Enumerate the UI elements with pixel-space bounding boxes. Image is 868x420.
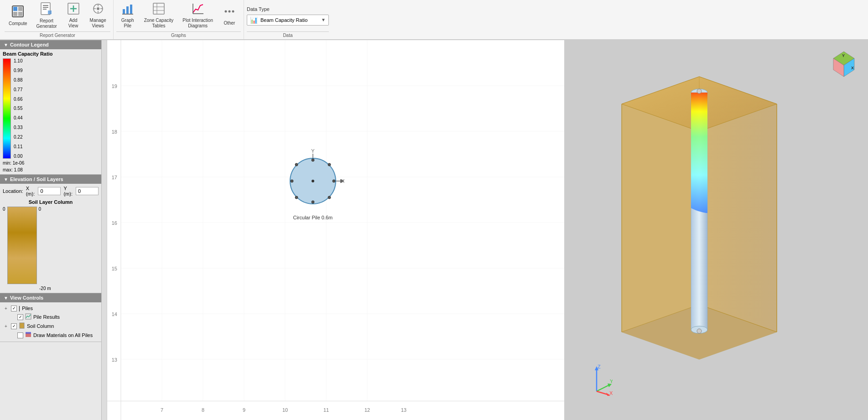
x-axis-13: 13: [401, 407, 406, 413]
contour-val-6: 0.44: [14, 115, 22, 120]
compute-label: Compute: [9, 21, 27, 26]
other-button[interactable]: Other: [218, 3, 241, 29]
scale-bottom-label: -20 m: [39, 286, 99, 291]
draw-materials-checkbox[interactable]: [17, 332, 23, 338]
draw-materials-icon: [25, 332, 31, 339]
contour-color-bar: [3, 58, 11, 159]
svg-point-57: [312, 159, 314, 161]
svg-point-59: [333, 180, 335, 182]
tree-item-draw-materials[interactable]: Draw Materials on All Piles: [9, 331, 99, 340]
x-axis-10: 10: [282, 407, 288, 413]
toolbar-group-graphs: GraphPile Zone CapacityTables Plot Inter…: [114, 0, 244, 39]
toolbar-group-data: Data Type 📊 Beam Capacity Ratio ▼ data: [244, 0, 332, 39]
plot-interaction-diagrams-icon: [192, 3, 204, 16]
contour-legend-header[interactable]: ▼ Contour Legend: [0, 40, 101, 49]
contour-max: max: 1.08: [3, 167, 99, 172]
y-axis-18: 18: [112, 129, 117, 135]
svg-point-82: [697, 329, 702, 333]
y-axis-13: 13: [112, 357, 117, 363]
piles-checkbox[interactable]: ✓: [11, 306, 17, 311]
compute-icon: [11, 5, 24, 20]
scale-top-label: 0: [3, 207, 5, 212]
soil-column-checkbox[interactable]: ✓: [11, 323, 17, 329]
cross-section-axis-container: Y X': [281, 149, 345, 213]
elevation-soil-title: Elevation / Soil Layers: [10, 176, 63, 182]
y-axis-16: 16: [112, 220, 117, 226]
piles-expander[interactable]: +: [3, 306, 9, 311]
x-input[interactable]: [38, 187, 61, 195]
soil-column-expander[interactable]: +: [3, 324, 9, 329]
zone-capacity-tables-icon: [153, 3, 165, 16]
y-input[interactable]: [76, 187, 99, 195]
plot-interaction-diagrams-button[interactable]: Plot InteractionDiagrams: [178, 3, 217, 29]
report-generator-button[interactable]: ReportGenerator: [32, 3, 61, 29]
contour-val-5: 0.55: [14, 106, 22, 111]
graph-pile-icon: [122, 3, 134, 16]
svg-text:Z: Z: [598, 364, 601, 369]
contour-val-7: 0.33: [14, 125, 22, 130]
elevation-soil-header[interactable]: ▼ Elevation / Soil Layers: [0, 175, 101, 184]
contour-legend-content: Beam Capacity Ratio 1.10 0.99 0.88 0.77 …: [0, 49, 101, 174]
contour-legend-collapse-icon: ▼: [4, 42, 8, 47]
svg-marker-9: [48, 10, 52, 14]
graph-pile-button[interactable]: GraphPile: [116, 3, 139, 29]
elevation-content: Location: X (m): Y (m): Soil Layer Colum…: [0, 184, 101, 293]
svg-rect-20: [126, 6, 129, 14]
tree-item-soil-column[interactable]: + ✓ Soil Column: [3, 321, 99, 331]
compute-button[interactable]: Compute: [5, 3, 31, 29]
viewport-2d: 19 18 17 16 15 14 13 7 8 9 10 11 12 13: [107, 40, 564, 420]
dropdown-arrow-icon: ▼: [321, 17, 326, 22]
pile-results-label: Pile Results: [33, 314, 60, 320]
graph-pile-label: GraphPile: [121, 18, 134, 29]
report-generator-icon: [41, 2, 52, 17]
soil-column-label: Soil Column: [27, 323, 54, 329]
contour-legend-title: Contour Legend: [10, 42, 49, 47]
soil-column: [7, 207, 37, 284]
svg-point-30: [228, 10, 230, 13]
cross-section-svg: Y X': [281, 149, 345, 213]
svg-text:X: X: [851, 66, 854, 70]
pile-3d-svg: [581, 67, 845, 378]
coord-axes: Z Y X: [581, 364, 613, 397]
svg-text:X: X: [609, 390, 613, 396]
x-axis-11: 11: [323, 407, 329, 413]
y-axis-15: 15: [112, 266, 117, 271]
view-controls-content: + ✓ | Piles ✓: [0, 302, 101, 342]
pile-cross-section-container: Y X': [281, 149, 345, 220]
svg-rect-2: [18, 7, 22, 11]
add-view-button[interactable]: AddView: [62, 3, 85, 29]
data-group-label: data: [247, 31, 329, 39]
left-panel-scrollbar[interactable]: [101, 40, 107, 420]
view-controls-collapse-icon: ▼: [4, 296, 8, 301]
left-panel: ▼ Contour Legend Beam Capacity Ratio 1.1…: [0, 40, 107, 420]
data-type-dropdown[interactable]: 📊 Beam Capacity Ratio ▼: [247, 15, 329, 26]
panel-content: ▼ Contour Legend Beam Capacity Ratio 1.1…: [0, 40, 101, 420]
soil-column-icon: [19, 322, 25, 330]
report-generator-label: ReportGenerator: [36, 18, 57, 29]
x-label: X (m):: [26, 186, 36, 197]
add-view-label: AddView: [68, 18, 78, 29]
svg-point-29: [224, 10, 227, 13]
contour-val-2: 0.88: [14, 78, 22, 83]
svg-text:Y: Y: [610, 379, 613, 384]
tree-item-piles[interactable]: + ✓ | Piles: [3, 304, 99, 312]
contour-val-3: 0.77: [14, 87, 22, 92]
svg-point-64: [295, 163, 298, 166]
svg-text:X': X': [341, 178, 345, 184]
tree-item-pile-results[interactable]: ✓ Pile Results: [9, 312, 99, 321]
grid-svg: 19 18 17 16 15 14 13 7 8 9 10 11 12 13: [107, 40, 564, 420]
svg-text:Y: Y: [311, 149, 315, 154]
view-controls-header[interactable]: ▼ View Controls: [0, 293, 101, 302]
zone-capacity-tables-button[interactable]: Zone CapacityTables: [140, 3, 177, 29]
x-axis-8: 8: [202, 407, 204, 413]
svg-point-14: [97, 7, 99, 10]
svg-rect-23: [153, 3, 164, 14]
other-icon: [223, 5, 235, 19]
pile-results-checkbox[interactable]: ✓: [17, 314, 23, 320]
svg-point-61: [312, 201, 314, 203]
manage-views-button[interactable]: ManageViews: [86, 3, 110, 29]
x-axis-9: 9: [243, 407, 245, 413]
data-type-label: Data Type: [247, 6, 270, 12]
elevation-soil-collapse-icon: ▼: [4, 177, 8, 182]
y-axis-17: 17: [112, 175, 117, 180]
